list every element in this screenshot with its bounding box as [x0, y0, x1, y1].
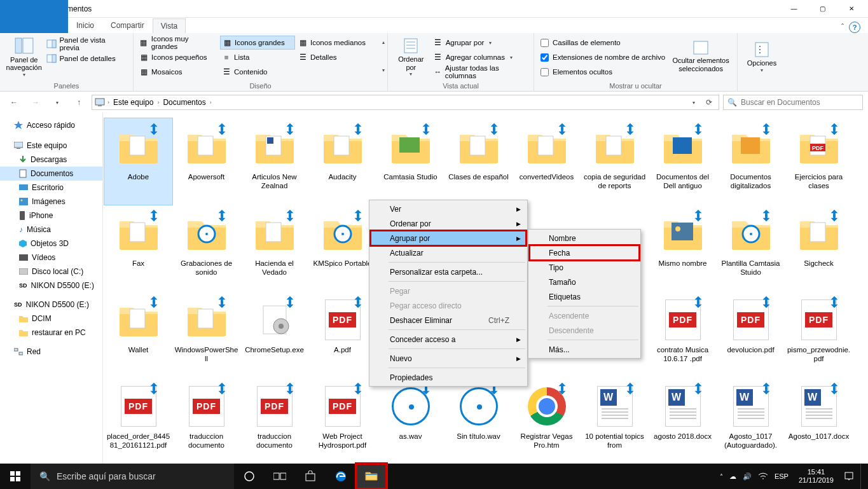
preview-pane-button[interactable]: Panel de vista previa — [45, 37, 129, 51]
nav-quick-access[interactable]: Acceso rápido — [0, 118, 102, 132]
address-bar[interactable]: › Este equipo › Documentos › ▾ ⟳ — [92, 95, 719, 110]
file-item[interactable]: Clases de español — [444, 118, 513, 205]
file-item[interactable]: Camtasia Studio — [376, 118, 444, 205]
ctx-group-by[interactable]: Agrupar por▶ — [371, 231, 526, 245]
nav-pane-button[interactable]: Panel de navegación ▾ — [4, 34, 44, 79]
tab-file[interactable]: Archivo — [0, 0, 68, 33]
file-item[interactable]: Wallet — [104, 291, 172, 378]
maximize-button[interactable]: ▢ — [808, 0, 837, 18]
tab-home[interactable]: Inicio — [68, 18, 102, 33]
sub-type[interactable]: Tipo — [530, 260, 639, 275]
layout-scroll-down[interactable]: ▾ — [382, 65, 385, 74]
nav-3d-objects[interactable]: Objetos 3D — [0, 237, 102, 251]
file-item[interactable]: W agosto 2018.docx — [649, 378, 717, 464]
ctx-new[interactable]: Nuevo▶ — [371, 351, 526, 366]
file-item[interactable]: W Agosto_1017 (Autoguardado). — [717, 378, 785, 464]
nav-nikon-1[interactable]: SDNIKON D5500 (E:) — [0, 279, 102, 293]
nav-images[interactable]: Imágenes — [0, 195, 102, 209]
wifi-icon[interactable] — [758, 472, 768, 480]
nav-dcim[interactable]: DCIM — [0, 312, 102, 326]
nav-music[interactable]: ♪Música — [0, 223, 102, 237]
file-item[interactable]: Registrar Vegas Pro.htm — [513, 378, 581, 464]
ctx-customize[interactable]: Personalizar esta carpeta... — [371, 265, 526, 279]
ctx-properties[interactable]: Propiedades — [371, 370, 526, 385]
nav-this-pc[interactable]: Este equipo — [0, 139, 102, 153]
file-item[interactable]: W 10 potential topics from — [581, 378, 649, 464]
sub-tags[interactable]: Etiquetas — [530, 289, 639, 304]
nav-disk-c[interactable]: Disco local (C:) — [0, 265, 102, 279]
layout-tiles[interactable]: ▦Mosaicos — [137, 65, 219, 79]
up-button[interactable]: ↑ — [70, 93, 88, 111]
crumb-docs[interactable]: Documentos — [162, 98, 207, 107]
file-item[interactable]: Mismo nombre — [649, 205, 717, 291]
file-item[interactable]: Audacity — [308, 118, 376, 205]
start-button[interactable] — [0, 464, 31, 489]
options-button[interactable]: Opciones▾ — [741, 34, 782, 79]
crumb-pc[interactable]: Este equipo — [112, 98, 155, 107]
file-item[interactable]: PDF traduccion documento — [240, 378, 308, 464]
back-button[interactable]: ← — [5, 93, 23, 111]
forward-button[interactable]: → — [27, 93, 45, 111]
layout-small[interactable]: ▦Iconos pequeños — [137, 50, 219, 64]
sub-name[interactable]: Nombre — [530, 231, 639, 245]
minimize-button[interactable]: — — [780, 0, 808, 18]
file-item[interactable]: PDF Web Project Hydrosport.pdf — [308, 378, 376, 464]
sub-size[interactable]: Tamaño — [530, 275, 639, 289]
ctx-sort[interactable]: Ordenar por▶ — [371, 216, 526, 231]
nav-videos[interactable]: Vídeos — [0, 251, 102, 265]
file-item[interactable]: Sigcheck — [785, 205, 853, 291]
file-item[interactable]: Fax — [104, 205, 172, 291]
tab-view[interactable]: Vista — [153, 18, 186, 33]
file-item[interactable]: KMSpico Portable — [308, 205, 376, 291]
file-item[interactable]: Plantilla Camtasia Stuido — [717, 205, 785, 291]
explorer-button[interactable] — [356, 464, 387, 489]
sub-more[interactable]: Más... — [530, 342, 639, 357]
ctx-undo[interactable]: Deshacer EliminarCtrl+Z — [371, 313, 526, 327]
add-columns-button[interactable]: ☰Agregar columnas▾ — [432, 50, 530, 64]
file-item[interactable]: WindowsPowerShell — [172, 291, 240, 378]
file-item[interactable]: Grabaciones de sonido — [172, 205, 240, 291]
nav-documents[interactable]: Documentos — [0, 167, 102, 181]
file-item[interactable]: PDF Ejercicios para clases — [785, 118, 853, 205]
ctx-view[interactable]: Ver▶ — [371, 202, 526, 216]
layout-list[interactable]: ≡Lista — [220, 50, 295, 64]
sub-date[interactable]: Fecha — [530, 245, 639, 260]
notifications-icon[interactable] — [844, 471, 854, 481]
file-item[interactable]: Documentos digitalizados — [717, 118, 785, 205]
details-pane-button[interactable]: Panel de detalles — [45, 52, 129, 65]
nav-network[interactable]: Red — [0, 345, 102, 359]
nav-downloads[interactable]: Descargas — [0, 153, 102, 167]
group-by-button[interactable]: ☰Agrupar por▾ — [432, 36, 530, 50]
collapse-ribbon-icon[interactable]: ˆ — [841, 23, 844, 32]
edge-button[interactable] — [326, 464, 356, 489]
file-item[interactable]: PDF devolucion.pdf — [717, 291, 785, 378]
ctx-refresh[interactable]: Actualizar — [371, 245, 526, 260]
file-item[interactable]: PDF A.pdf — [308, 291, 376, 378]
file-item[interactable]: copia de seguridad de reports — [581, 118, 649, 205]
layout-medium[interactable]: ▦Iconos medianos — [296, 36, 371, 50]
clock[interactable]: 15:41 21/11/2019 — [795, 468, 837, 484]
file-item[interactable]: Apowersoft — [172, 118, 240, 205]
file-item[interactable]: PDF traduccion documento — [172, 378, 240, 464]
file-item[interactable]: W Agosto_1017.docx — [785, 378, 853, 464]
file-item[interactable]: as.wav — [376, 378, 444, 464]
tab-share[interactable]: Compartir — [102, 18, 153, 33]
recent-button[interactable]: ▾ — [48, 93, 66, 111]
tray-up-icon[interactable]: ˄ — [720, 473, 723, 480]
show-desktop-button[interactable] — [860, 464, 864, 489]
taskbar-search[interactable]: 🔍 Escribe aquí para buscar — [31, 464, 234, 489]
file-item[interactable]: Adobe — [104, 118, 172, 205]
layout-content[interactable]: ☰Contenido — [220, 65, 295, 79]
file-item[interactable]: PDF placed_order_844581_20161121.pdf — [104, 378, 172, 464]
close-button[interactable]: ✕ — [837, 0, 865, 18]
file-list[interactable]: Adobe Apowersoft Articulos New Zealnad A… — [103, 113, 868, 485]
filename-ext-chk[interactable]: Extensiones de nombre de archivo — [538, 50, 668, 64]
file-item[interactable]: Articulos New Zealnad — [240, 118, 308, 205]
cortana-button[interactable] — [234, 464, 265, 489]
task-view-button[interactable] — [265, 464, 295, 489]
file-item[interactable]: Hacienda el Vedado — [240, 205, 308, 291]
file-item[interactable]: Sin título.wav — [444, 378, 513, 464]
nav-restaurar[interactable]: restaurar en PC — [0, 326, 102, 340]
addr-dropdown-button[interactable]: ▾ — [687, 98, 701, 107]
ctx-grant-access[interactable]: Conceder acceso a▶ — [371, 332, 526, 347]
